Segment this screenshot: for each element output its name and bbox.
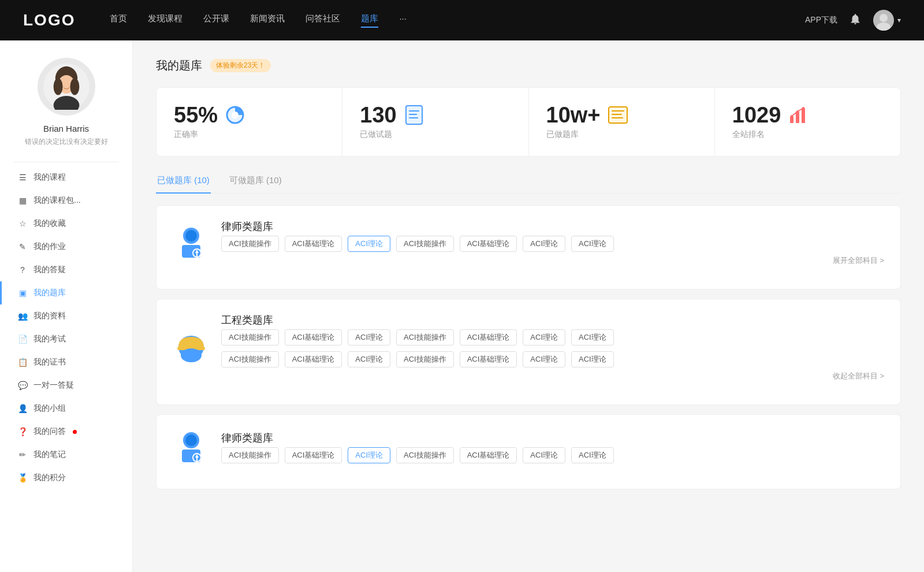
tag[interactable]: ACI理论: [571, 329, 614, 346]
tag[interactable]: ACI理论: [523, 236, 565, 252]
person-icon: 🏅: [17, 473, 28, 483]
qbank-icon-lawyer2: [173, 429, 210, 466]
expand-btn-lawyer1[interactable]: 展开全部科目 >: [221, 255, 884, 266]
nav-home[interactable]: 首页: [110, 13, 127, 28]
nav-menu: 首页 发现课程 公开课 新闻资讯 问答社区 题库 ···: [110, 13, 805, 28]
sidebar-item-我的小组[interactable]: 👤我的小组: [0, 397, 132, 420]
tag[interactable]: ACI理论: [571, 447, 614, 463]
tag-active[interactable]: ACI理论: [348, 236, 390, 252]
question-circle-icon: ?: [17, 265, 28, 275]
sidebar-item-label: 我的证书: [33, 357, 66, 367]
nav-questionbank[interactable]: 题库: [361, 13, 378, 28]
tag[interactable]: ACI理论: [523, 447, 565, 463]
tag[interactable]: ACI基础理论: [285, 329, 342, 346]
app-download-btn[interactable]: APP下载: [805, 15, 837, 25]
qbank-title-engineer: 工程类题库: [221, 313, 884, 327]
tab-bar: 已做题库 (10) 可做题库 (10): [156, 170, 901, 194]
qbank-icon-engineer: [173, 329, 210, 366]
nav-opencourse[interactable]: 公开课: [203, 13, 229, 28]
tag[interactable]: ACI基础理论: [460, 329, 517, 346]
tag-active[interactable]: ACI理论: [348, 447, 390, 463]
tag[interactable]: ACI理论: [348, 351, 390, 367]
stat-accuracy: 55% 正确率: [157, 88, 342, 156]
sidebar-item-label: 一对一答疑: [33, 380, 74, 391]
sidebar-item-我的课程包...[interactable]: ▦我的课程包...: [0, 189, 132, 212]
sidebar-item-我的问答[interactable]: ❓我的问答: [0, 420, 132, 443]
nav-qa[interactable]: 问答社区: [305, 13, 340, 28]
sidebar-item-我的收藏[interactable]: ☆我的收藏: [0, 212, 132, 235]
tag[interactable]: ACI技能操作: [396, 447, 454, 463]
collapse-btn-engineer[interactable]: 收起全部科目 >: [221, 371, 884, 381]
sidebar-menu: ☰我的课程▦我的课程包...☆我的收藏✎我的作业?我的答疑▣我的题库👥我的资料📄…: [0, 166, 132, 489]
sidebar-item-label: 我的笔记: [33, 450, 66, 460]
qbank-card-lawyer1: 律师类题库 ACI技能操作 ACI基础理论 ACI理论 ACI技能操作 ACI基…: [156, 205, 901, 289]
file-text-icon: 📄: [17, 334, 28, 344]
tag[interactable]: ACI理论: [348, 329, 390, 346]
tag[interactable]: ACI理论: [571, 351, 614, 367]
svg-point-25: [796, 110, 799, 113]
tag[interactable]: ACI基础理论: [460, 447, 517, 463]
tab-done[interactable]: 已做题库 (10): [156, 170, 211, 193]
nav-discover[interactable]: 发现课程: [148, 13, 182, 28]
stat-label-questions: 已做试题: [360, 129, 511, 140]
qbank-list: 律师类题库 ACI技能操作 ACI基础理论 ACI理论 ACI技能操作 ACI基…: [156, 205, 901, 489]
nav-news[interactable]: 新闻资讯: [250, 13, 285, 28]
sidebar-item-我的资料[interactable]: 👥我的资料: [0, 304, 132, 328]
svg-rect-22: [796, 112, 799, 123]
stat-icon-ranking: [788, 105, 808, 125]
tag[interactable]: ACI技能操作: [396, 329, 454, 346]
lawyer-icon: [173, 224, 210, 261]
stat-top-ranking: 1029: [732, 104, 883, 126]
svg-rect-18: [612, 110, 624, 112]
tags-row1-lawyer2: ACI技能操作 ACI基础理论 ACI理论 ACI技能操作 ACI基础理论 AC…: [221, 447, 884, 463]
grid-icon: ▣: [17, 288, 28, 298]
pencil-icon: ✏: [17, 450, 28, 460]
navbar-right: APP下载 ▾: [805, 10, 901, 31]
logo: LOGO: [23, 11, 75, 29]
sidebar-item-label: 我的积分: [33, 473, 66, 483]
nav-more[interactable]: ···: [399, 13, 407, 28]
stat-value-ranking: 1029: [732, 104, 781, 126]
tag[interactable]: ACI基础理论: [285, 351, 342, 367]
sidebar-item-我的答疑[interactable]: ?我的答疑: [0, 258, 132, 281]
tag[interactable]: ACI技能操作: [221, 447, 279, 463]
svg-rect-13: [409, 110, 419, 112]
sidebar-item-我的笔记[interactable]: ✏我的笔记: [0, 443, 132, 466]
tag[interactable]: ACI基础理论: [460, 351, 517, 367]
svg-rect-14: [409, 114, 417, 115]
tag[interactable]: ACI理论: [523, 351, 565, 367]
stat-icon-accuracy: [225, 105, 245, 125]
lawyer-icon-2: [173, 429, 210, 466]
sidebar-avatar: [38, 58, 95, 116]
tag[interactable]: ACI技能操作: [221, 236, 279, 252]
sidebar-item-我的作业[interactable]: ✎我的作业: [0, 235, 132, 258]
sidebar-item-我的课程[interactable]: ☰我的课程: [0, 166, 132, 189]
tag[interactable]: ACI基础理论: [285, 236, 342, 252]
notification-bell[interactable]: [849, 13, 862, 28]
sidebar-item-我的证书[interactable]: 📋我的证书: [0, 351, 132, 374]
tag[interactable]: ACI技能操作: [396, 351, 454, 367]
tag[interactable]: ACI技能操作: [396, 236, 454, 252]
tags-row1-engineer: ACI技能操作 ACI基础理论 ACI理论 ACI技能操作 ACI基础理论 AC…: [221, 329, 884, 346]
qbank-title-lawyer1: 律师类题库: [221, 220, 884, 233]
tag[interactable]: ACI理论: [571, 236, 614, 252]
tag[interactable]: ACI技能操作: [221, 329, 279, 346]
stat-top-questions: 130: [360, 104, 511, 126]
engineer-icon: [173, 329, 210, 366]
tag[interactable]: ACI理论: [523, 329, 565, 346]
tag[interactable]: ACI技能操作: [221, 351, 279, 367]
sidebar-item-我的题库[interactable]: ▣我的题库: [0, 281, 132, 304]
sidebar-item-我的积分[interactable]: 🏅我的积分: [0, 466, 132, 489]
qbank-icon-lawyer1: [173, 224, 210, 261]
sidebar: Brian Harris 错误的决定比没有决定要好 ☰我的课程▦我的课程包...…: [0, 40, 133, 572]
tag[interactable]: ACI基础理论: [285, 447, 342, 463]
tags-row1-lawyer1: ACI技能操作 ACI基础理论 ACI理论 ACI技能操作 ACI基础理论 AC…: [221, 236, 884, 252]
sidebar-item-一对一答疑[interactable]: 💬一对一答疑: [0, 374, 132, 397]
tag[interactable]: ACI基础理论: [460, 236, 517, 252]
qbank-card-lawyer2: 律师类题库 ACI技能操作 ACI基础理论 ACI理论 ACI技能操作 ACI基…: [156, 414, 901, 489]
user-avatar-area[interactable]: ▾: [873, 10, 901, 31]
file-icon: ☰: [17, 172, 28, 183]
tab-available[interactable]: 可做题库 (10): [228, 170, 283, 193]
avatar-svg: [43, 64, 90, 110]
sidebar-item-我的考试[interactable]: 📄我的考试: [0, 328, 132, 351]
